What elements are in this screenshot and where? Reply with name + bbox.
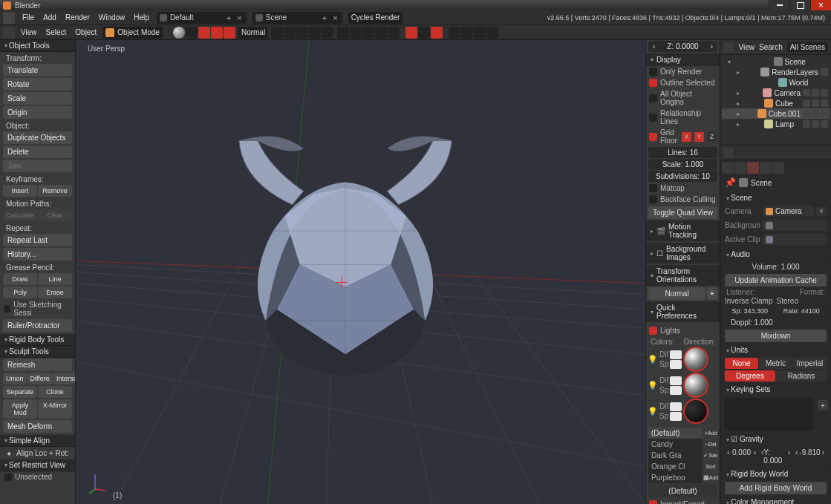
- manipulator-rotate-icon[interactable]: [224, 27, 235, 39]
- lights-checkbox[interactable]: [649, 327, 657, 335]
- keyframe-remove-button[interactable]: Remove: [38, 185, 72, 197]
- panel-audio[interactable]: Audio: [722, 248, 830, 261]
- light1-direction-sphere[interactable]: [683, 347, 708, 372]
- grid-floor-checkbox[interactable]: [649, 133, 657, 141]
- panel-rigid-body[interactable]: Rigid Body World: [722, 468, 830, 480]
- outliner-scene-row[interactable]: ▾Scene: [722, 56, 830, 67]
- outliner-cube-row[interactable]: ▸Cube: [722, 98, 830, 108]
- menu-help[interactable]: Help: [129, 13, 154, 22]
- panel-restrict-view[interactable]: Set Restrict View: [0, 459, 75, 471]
- editor-type-icon[interactable]: [3, 27, 15, 39]
- panel-scene[interactable]: Scene: [722, 192, 830, 204]
- outliner-view-menu[interactable]: View: [739, 43, 755, 51]
- light3-icon[interactable]: 💡: [648, 407, 658, 416]
- add-rigid-body-button[interactable]: Add Rigid Body World: [725, 482, 827, 494]
- separate-button[interactable]: Separate: [3, 386, 37, 398]
- motion-clear-button[interactable]: Clear: [38, 209, 72, 221]
- layer-button-4[interactable]: [309, 27, 321, 39]
- gravity-x-field[interactable]: ‹0.000›: [725, 447, 758, 466]
- tab-renderlayers-icon[interactable]: [734, 162, 746, 174]
- distance-model-selector[interactable]: Inverse Clamp: [725, 297, 775, 305]
- update-cache-button[interactable]: Update Animation Cache: [725, 274, 827, 287]
- menu-file[interactable]: File: [18, 13, 39, 22]
- keying-set-add-button[interactable]: +: [818, 400, 828, 410]
- outliner-filter[interactable]: All Scenes: [787, 42, 828, 52]
- preset-del-button[interactable]: −Del: [704, 439, 717, 449]
- preset-darkgray[interactable]: Dark Gra: [648, 450, 703, 461]
- snap-element-icon[interactable]: [431, 27, 443, 39]
- outliner-cube001-row[interactable]: ▸Cube.001: [722, 108, 830, 119]
- transform-orientation-selector[interactable]: Normal: [238, 27, 268, 39]
- layer-button-6[interactable]: [337, 27, 349, 39]
- outline-selected-checkbox[interactable]: [649, 79, 657, 87]
- light1-diffuse-color[interactable]: [670, 350, 682, 359]
- unit-imperial-button[interactable]: Imperial: [793, 358, 827, 369]
- panel-object-tools[interactable]: Object Tools: [0, 40, 75, 52]
- grid-subdiv-field[interactable]: Subdivisions: 10: [648, 171, 717, 182]
- relationship-lines-checkbox[interactable]: [649, 114, 657, 122]
- light3-spec-color[interactable]: [670, 412, 682, 421]
- layer-button-10[interactable]: [388, 27, 400, 39]
- preset-candy[interactable]: Candy: [648, 439, 703, 450]
- boolean-difference-button[interactable]: Differe: [27, 373, 53, 384]
- outliner-search-menu[interactable]: Search: [759, 43, 783, 51]
- preset-padd-button[interactable]: ▦Add: [704, 472, 717, 482]
- layer-button-7[interactable]: [350, 27, 362, 39]
- layout-field[interactable]: [170, 13, 222, 22]
- outliner-lamp-row[interactable]: ▸Lamp: [722, 119, 830, 129]
- preset-purple[interactable]: Purpleboo: [648, 472, 703, 483]
- axis-z-toggle[interactable]: Z: [707, 132, 717, 142]
- audio-format-selector[interactable]: Stereo: [777, 297, 827, 305]
- layer-button-8[interactable]: [362, 27, 374, 39]
- layer-button-3[interactable]: [296, 27, 308, 39]
- window-minimize-button[interactable]: [769, 0, 789, 10]
- preset-orange[interactable]: Orange Cl: [648, 461, 703, 472]
- light1-icon[interactable]: 💡: [648, 355, 658, 364]
- origin-button[interactable]: Origin: [3, 106, 72, 119]
- tab-object-icon[interactable]: [772, 162, 784, 174]
- camera-field[interactable]: Camera: [763, 206, 814, 217]
- boolean-union-button[interactable]: Union: [3, 373, 27, 384]
- pivot-icon[interactable]: [186, 27, 198, 39]
- grid-scale-field[interactable]: Scale: 1.000: [648, 159, 717, 170]
- light2-icon[interactable]: 💡: [648, 381, 658, 390]
- mesh-deform-button[interactable]: Mesh Deform: [3, 420, 72, 433]
- repeat-last-button[interactable]: Repeat Last: [3, 234, 72, 246]
- gravity-z-field[interactable]: ‹-9.810›: [793, 447, 827, 466]
- menu-select[interactable]: Select: [43, 28, 70, 36]
- duplicate-button[interactable]: Duplicate Objects: [3, 131, 72, 144]
- apply-mod-button[interactable]: Apply Mod: [3, 399, 37, 419]
- menu-object[interactable]: Object: [72, 28, 100, 36]
- scene-delete-button[interactable]: ×: [331, 13, 339, 22]
- sketching-checkbox[interactable]: [4, 305, 10, 312]
- toggle-quad-view-button[interactable]: Toggle Quad View: [648, 206, 717, 219]
- layer-button-2[interactable]: [284, 27, 296, 39]
- scale-button[interactable]: Scale: [3, 92, 72, 105]
- panel-gravity[interactable]: ☑ Gravity: [722, 433, 830, 445]
- gp-poly-button[interactable]: Poly: [3, 287, 37, 298]
- scene-add-button[interactable]: +: [321, 13, 328, 22]
- translate-button[interactable]: Translate: [3, 64, 72, 76]
- join-button[interactable]: Join: [3, 160, 72, 172]
- backface-checkbox[interactable]: [649, 195, 657, 203]
- panel-units[interactable]: Units: [722, 344, 830, 356]
- axis-x-toggle[interactable]: X: [682, 132, 691, 142]
- outliner-camera-row[interactable]: ▸Camera: [722, 88, 830, 98]
- ruler-button[interactable]: Ruler/Protractor: [3, 319, 72, 332]
- delete-button[interactable]: Delete: [3, 145, 72, 158]
- light2-spec-color[interactable]: [670, 386, 682, 395]
- panel-simple-align[interactable]: Simple Align: [0, 435, 75, 447]
- panel-motion-tracking[interactable]: 🎬 Motion Tracking: [646, 220, 720, 241]
- axis-y-toggle[interactable]: Y: [694, 132, 704, 142]
- window-maximize-button[interactable]: [789, 0, 810, 10]
- x-mirror-button[interactable]: X-Mirror: [38, 399, 72, 419]
- window-close-button[interactable]: [810, 0, 831, 10]
- gp-line-button[interactable]: Line: [38, 273, 72, 285]
- keyframe-insert-button[interactable]: Insert: [3, 185, 37, 197]
- layer-button-5[interactable]: [322, 27, 333, 39]
- unit-none-button[interactable]: None: [725, 358, 758, 369]
- clone-button[interactable]: Clone: [38, 386, 72, 398]
- import-export-checkbox[interactable]: [649, 500, 657, 504]
- panel-background-images[interactable]: ☐ Background Images: [646, 243, 720, 264]
- unselected-checkbox[interactable]: [4, 474, 12, 481]
